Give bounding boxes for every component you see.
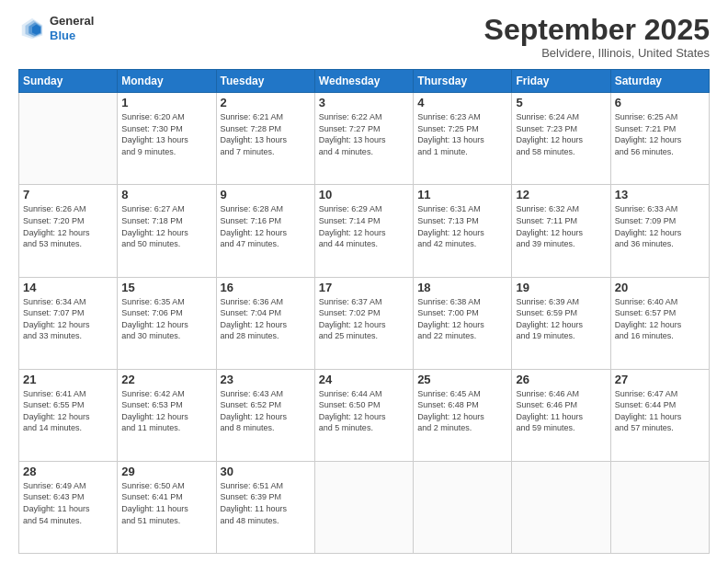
day-number: 4 [417, 96, 507, 109]
calendar-header-tuesday: Tuesday [216, 70, 314, 93]
day-number: 30 [221, 465, 311, 478]
day-number: 1 [121, 96, 211, 109]
logo-blue: Blue [50, 29, 94, 43]
day-number: 6 [615, 96, 705, 109]
logo-general: General [50, 14, 94, 29]
day-info: Sunrise: 6:22 AM Sunset: 7:27 PM Dayligh… [319, 111, 409, 157]
calendar-cell: 19Sunrise: 6:39 AM Sunset: 6:59 PM Dayli… [512, 277, 610, 369]
calendar-header-monday: Monday [118, 70, 216, 93]
day-info: Sunrise: 6:43 AM Sunset: 6:52 PM Dayligh… [221, 388, 311, 434]
day-info: Sunrise: 6:32 AM Sunset: 7:11 PM Dayligh… [516, 203, 606, 249]
calendar-week-1: 1Sunrise: 6:20 AM Sunset: 7:30 PM Daylig… [19, 93, 710, 185]
calendar-cell: 20Sunrise: 6:40 AM Sunset: 6:57 PM Dayli… [610, 277, 709, 369]
day-number: 29 [121, 465, 211, 478]
day-number: 16 [221, 281, 311, 294]
day-info: Sunrise: 6:37 AM Sunset: 7:02 PM Dayligh… [319, 296, 409, 342]
calendar-cell [314, 461, 413, 553]
day-number: 24 [319, 373, 409, 386]
day-number: 8 [121, 188, 211, 201]
day-number: 12 [516, 188, 606, 201]
calendar-cell [414, 461, 512, 553]
day-number: 7 [23, 188, 113, 201]
calendar-cell: 11Sunrise: 6:31 AM Sunset: 7:13 PM Dayli… [414, 185, 512, 277]
day-number: 17 [319, 281, 409, 294]
calendar-cell: 21Sunrise: 6:41 AM Sunset: 6:55 PM Dayli… [19, 369, 118, 461]
day-info: Sunrise: 6:47 AM Sunset: 6:44 PM Dayligh… [615, 388, 705, 434]
calendar-cell: 9Sunrise: 6:28 AM Sunset: 7:16 PM Daylig… [216, 185, 314, 277]
calendar-cell: 14Sunrise: 6:34 AM Sunset: 7:07 PM Dayli… [19, 277, 118, 369]
calendar-cell: 16Sunrise: 6:36 AM Sunset: 7:04 PM Dayli… [216, 277, 314, 369]
day-info: Sunrise: 6:21 AM Sunset: 7:28 PM Dayligh… [221, 111, 311, 157]
day-info: Sunrise: 6:36 AM Sunset: 7:04 PM Dayligh… [221, 296, 311, 342]
day-info: Sunrise: 6:41 AM Sunset: 6:55 PM Dayligh… [23, 388, 113, 434]
calendar-cell: 8Sunrise: 6:27 AM Sunset: 7:18 PM Daylig… [118, 185, 216, 277]
calendar-cell: 3Sunrise: 6:22 AM Sunset: 7:27 PM Daylig… [314, 93, 413, 185]
header: General Blue September 2025 Belvidere, I… [18, 14, 710, 60]
day-info: Sunrise: 6:23 AM Sunset: 7:25 PM Dayligh… [417, 111, 507, 157]
calendar-header-sunday: Sunday [19, 70, 118, 93]
calendar-cell: 18Sunrise: 6:38 AM Sunset: 7:00 PM Dayli… [414, 277, 512, 369]
day-info: Sunrise: 6:42 AM Sunset: 6:53 PM Dayligh… [121, 388, 211, 434]
day-number: 21 [23, 373, 113, 386]
day-info: Sunrise: 6:51 AM Sunset: 6:39 PM Dayligh… [221, 480, 311, 526]
calendar-cell: 26Sunrise: 6:46 AM Sunset: 6:46 PM Dayli… [512, 369, 610, 461]
calendar-cell [19, 93, 118, 185]
calendar-header-saturday: Saturday [610, 70, 709, 93]
day-info: Sunrise: 6:38 AM Sunset: 7:00 PM Dayligh… [417, 296, 507, 342]
calendar-cell: 24Sunrise: 6:44 AM Sunset: 6:50 PM Dayli… [314, 369, 413, 461]
day-number: 23 [221, 373, 311, 386]
calendar-cell [512, 461, 610, 553]
month-title: September 2025 [484, 14, 710, 46]
day-number: 19 [516, 281, 606, 294]
calendar-header-friday: Friday [512, 70, 610, 93]
calendar-week-4: 21Sunrise: 6:41 AM Sunset: 6:55 PM Dayli… [19, 369, 710, 461]
day-info: Sunrise: 6:29 AM Sunset: 7:14 PM Dayligh… [319, 203, 409, 249]
calendar-header-thursday: Thursday [414, 70, 512, 93]
day-info: Sunrise: 6:27 AM Sunset: 7:18 PM Dayligh… [121, 203, 211, 249]
day-number: 20 [615, 281, 705, 294]
day-number: 22 [121, 373, 211, 386]
day-info: Sunrise: 6:45 AM Sunset: 6:48 PM Dayligh… [417, 388, 507, 434]
day-number: 18 [417, 281, 507, 294]
logo: General Blue [18, 14, 94, 42]
day-number: 13 [615, 188, 705, 201]
day-info: Sunrise: 6:35 AM Sunset: 7:06 PM Dayligh… [121, 296, 211, 342]
day-info: Sunrise: 6:25 AM Sunset: 7:21 PM Dayligh… [615, 111, 705, 157]
calendar-cell: 4Sunrise: 6:23 AM Sunset: 7:25 PM Daylig… [414, 93, 512, 185]
day-info: Sunrise: 6:50 AM Sunset: 6:41 PM Dayligh… [121, 480, 211, 526]
day-info: Sunrise: 6:24 AM Sunset: 7:23 PM Dayligh… [516, 111, 606, 157]
calendar-cell: 15Sunrise: 6:35 AM Sunset: 7:06 PM Dayli… [118, 277, 216, 369]
calendar-cell: 2Sunrise: 6:21 AM Sunset: 7:28 PM Daylig… [216, 93, 314, 185]
calendar-cell: 17Sunrise: 6:37 AM Sunset: 7:02 PM Dayli… [314, 277, 413, 369]
page: General Blue September 2025 Belvidere, I… [0, 0, 728, 563]
calendar-cell: 25Sunrise: 6:45 AM Sunset: 6:48 PM Dayli… [414, 369, 512, 461]
calendar-cell: 12Sunrise: 6:32 AM Sunset: 7:11 PM Dayli… [512, 185, 610, 277]
day-number: 5 [516, 96, 606, 109]
day-number: 9 [221, 188, 311, 201]
day-number: 11 [417, 188, 507, 201]
calendar-header-wednesday: Wednesday [314, 70, 413, 93]
calendar-cell: 7Sunrise: 6:26 AM Sunset: 7:20 PM Daylig… [19, 185, 118, 277]
calendar-header-row: SundayMondayTuesdayWednesdayThursdayFrid… [19, 70, 710, 93]
calendar-week-3: 14Sunrise: 6:34 AM Sunset: 7:07 PM Dayli… [19, 277, 710, 369]
day-info: Sunrise: 6:49 AM Sunset: 6:43 PM Dayligh… [23, 480, 113, 526]
calendar-cell: 13Sunrise: 6:33 AM Sunset: 7:09 PM Dayli… [610, 185, 709, 277]
calendar-cell: 30Sunrise: 6:51 AM Sunset: 6:39 PM Dayli… [216, 461, 314, 553]
day-info: Sunrise: 6:46 AM Sunset: 6:46 PM Dayligh… [516, 388, 606, 434]
calendar-cell: 23Sunrise: 6:43 AM Sunset: 6:52 PM Dayli… [216, 369, 314, 461]
day-info: Sunrise: 6:26 AM Sunset: 7:20 PM Dayligh… [23, 203, 113, 249]
calendar-cell: 6Sunrise: 6:25 AM Sunset: 7:21 PM Daylig… [610, 93, 709, 185]
location: Belvidere, Illinois, United States [484, 46, 710, 60]
calendar-cell: 29Sunrise: 6:50 AM Sunset: 6:41 PM Dayli… [118, 461, 216, 553]
calendar-cell [610, 461, 709, 553]
day-number: 28 [23, 465, 113, 478]
calendar-table: SundayMondayTuesdayWednesdayThursdayFrid… [18, 69, 710, 554]
logo-icon [18, 15, 46, 42]
day-info: Sunrise: 6:28 AM Sunset: 7:16 PM Dayligh… [221, 203, 311, 249]
calendar-cell: 28Sunrise: 6:49 AM Sunset: 6:43 PM Dayli… [19, 461, 118, 553]
calendar-cell: 22Sunrise: 6:42 AM Sunset: 6:53 PM Dayli… [118, 369, 216, 461]
calendar-week-2: 7Sunrise: 6:26 AM Sunset: 7:20 PM Daylig… [19, 185, 710, 277]
title-section: September 2025 Belvidere, Illinois, Unit… [484, 14, 710, 60]
calendar-cell: 27Sunrise: 6:47 AM Sunset: 6:44 PM Dayli… [610, 369, 709, 461]
day-number: 2 [221, 96, 311, 109]
